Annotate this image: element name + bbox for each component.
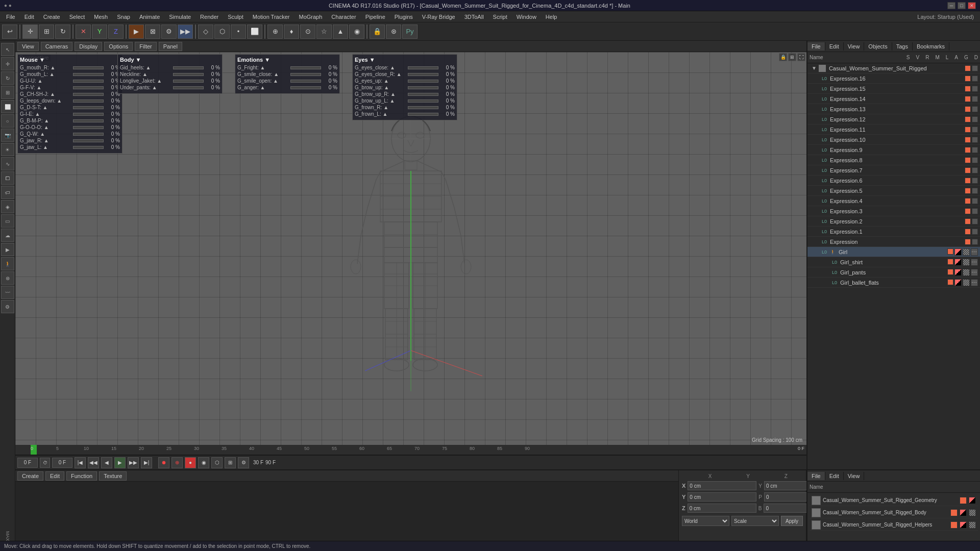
tree-item-expr1[interactable]: L0 Expression.1 [807, 227, 980, 237]
sidebar-cube[interactable]: ⬜ [1, 100, 14, 113]
emotions-panel-title[interactable]: Emotions ▼ [237, 57, 337, 63]
vp-tab-view[interactable]: View [17, 42, 39, 51]
vp-lock-icon[interactable]: 🔒 [779, 53, 787, 61]
tool-scale[interactable]: ⊞ [39, 24, 54, 39]
tree-item-expr13[interactable]: L0 Expression.13 [807, 104, 980, 114]
tree-item-expr9[interactable]: L0 Expression.9 [807, 145, 980, 155]
step-back-button[interactable]: ◀◀ [88, 457, 99, 468]
tree-item-expr3[interactable]: L0 Expression.3 [807, 206, 980, 216]
menu-file[interactable]: File [2, 13, 19, 21]
right-tab-file[interactable]: File [807, 42, 825, 51]
sidebar-floor[interactable]: ▭ [1, 214, 14, 228]
sidebar-tag[interactable]: 🏷 [1, 186, 14, 199]
sidebar-rotate[interactable]: ↻ [1, 71, 14, 85]
right-tab-edit[interactable]: Edit [825, 42, 844, 51]
apply-button[interactable]: Apply [781, 516, 803, 526]
tree-item-expr8[interactable]: L0 Expression.8 [807, 155, 980, 165]
render-full[interactable]: ▶▶ [178, 24, 193, 39]
right-tab-view[interactable]: View [844, 42, 865, 51]
tree-item-expr[interactable]: L0 Expression [807, 237, 980, 247]
sidebar-deformer[interactable]: ⧠ [1, 171, 14, 185]
menu-create[interactable]: Create [39, 13, 64, 21]
sidebar-spline[interactable]: ∿ [1, 157, 14, 170]
start-frame-input[interactable] [17, 458, 38, 468]
pos-x-input[interactable] [688, 481, 756, 490]
right-tab-bookmarks[interactable]: Bookmarks [913, 42, 949, 51]
tool-sculpt[interactable]: ⊛ [386, 24, 401, 39]
tree-item-expr2[interactable]: L0 Expression.2 [807, 216, 980, 227]
ik-button[interactable]: ⊕ [172, 457, 183, 468]
viewport[interactable]: Perspective Grid Spacing : 100 cm [15, 52, 806, 445]
body-panel-title[interactable]: Body ▼ [120, 57, 220, 63]
tool-x[interactable]: ✕ [76, 24, 91, 39]
render-settings[interactable]: ⚙ [161, 24, 177, 39]
scale-select[interactable]: Scale [731, 516, 779, 526]
tree-item-expr16[interactable]: L0 Expression.16 [807, 73, 980, 84]
sidebar-sphere[interactable]: ○ [1, 114, 14, 128]
anim-texture[interactable]: Texture [99, 471, 127, 481]
tool-6[interactable]: ♦ [284, 24, 299, 39]
play-button[interactable]: ▶ [114, 457, 126, 468]
sidebar-select[interactable]: ↖ [1, 43, 14, 56]
tree-item-shirt[interactable]: L0 Girl_shirt ⋯ [807, 257, 980, 267]
mouse-panel-title[interactable]: Mouse ▼ [20, 57, 120, 63]
vp-fullscreen-icon[interactable]: ⛶ [797, 53, 805, 61]
tool-10[interactable]: ◉ [349, 24, 364, 39]
tree-item-expr15[interactable]: L0 Expression.15 [807, 84, 980, 94]
menu-animate[interactable]: Animate [135, 13, 164, 21]
vp-tab-options[interactable]: Options [104, 42, 133, 51]
menu-simulate[interactable]: Simulate [165, 13, 195, 21]
anim-function[interactable]: Function [66, 471, 97, 481]
menu-pipeline[interactable]: Pipeline [361, 13, 389, 21]
menu-window[interactable]: Window [512, 13, 541, 21]
render-region[interactable]: ⊠ [145, 24, 160, 39]
tool-7[interactable]: ⊙ [300, 24, 315, 39]
tool-point[interactable]: • [231, 24, 246, 39]
eyes-panel-title[interactable]: Eyes ▼ [355, 57, 455, 63]
sidebar-plugin[interactable]: ⚙ [1, 300, 14, 313]
sidebar-light[interactable]: ☀ [1, 143, 14, 156]
motion-button[interactable]: ⊞ [225, 457, 236, 468]
anim-edit[interactable]: Edit [45, 471, 64, 481]
right-tab-tags[interactable]: Tags [892, 42, 913, 51]
tool-8[interactable]: ☆ [316, 24, 332, 39]
tree-item-ballet[interactable]: L0 Girl_ballet_flats ⋯ [807, 278, 980, 288]
menu-script[interactable]: Script [489, 13, 511, 21]
tree-item-expr14[interactable]: L0 Expression.14 [807, 94, 980, 104]
sidebar-hair[interactable]: 〰 [1, 286, 14, 299]
sidebar-move[interactable]: ✛ [1, 57, 14, 70]
vp-tab-filter[interactable]: Filter [135, 42, 156, 51]
sidebar-char[interactable]: 🚶 [1, 257, 14, 270]
menu-vray[interactable]: V-Ray Bridge [418, 13, 459, 21]
right-tab-objects[interactable]: Objects [864, 42, 892, 51]
menu-help[interactable]: Help [542, 13, 561, 21]
tree-item-expr5[interactable]: L0 Expression.5 [807, 186, 980, 196]
tree-item-pants[interactable]: L0 Girl_pants ⋯ [807, 267, 980, 278]
play-reverse-button[interactable]: ◀ [101, 457, 112, 468]
tree-item-expr10[interactable]: L0 Expression.10 [807, 135, 980, 145]
tool-11[interactable]: 🔒 [370, 24, 385, 39]
menu-edit[interactable]: Edit [20, 13, 38, 21]
go-start-button[interactable]: |◀ [75, 457, 86, 468]
menu-motion-tracker[interactable]: Motion Tracker [249, 13, 294, 21]
br-tab-file[interactable]: File [807, 472, 825, 480]
pos-z-input[interactable] [688, 492, 756, 502]
close-button[interactable]: ✕ [968, 2, 976, 9]
sidebar-scale[interactable]: ⊞ [1, 86, 14, 99]
tree-item-root[interactable]: ▼ Casual_Women_Summer_Suit_Rigged [807, 63, 980, 73]
tree-item-expr6[interactable]: L0 Expression.6 [807, 176, 980, 186]
tool-obj[interactable]: ⬜ [247, 24, 262, 39]
menu-select[interactable]: Select [65, 13, 89, 21]
tool-move[interactable]: ✛ [22, 24, 38, 39]
vp-grid-icon[interactable]: ⊞ [788, 53, 796, 61]
sidebar-anim[interactable]: ▶ [1, 243, 14, 256]
size-x-input[interactable] [688, 504, 756, 513]
menu-character[interactable]: Character [327, 13, 360, 21]
menu-3dtoall[interactable]: 3DToAll [460, 13, 488, 21]
minimize-button[interactable]: ─ [947, 2, 955, 9]
br-tab-view[interactable]: View [844, 472, 865, 480]
world-select[interactable]: World [682, 516, 729, 526]
step-forward-button[interactable]: ▶▶ [128, 457, 139, 468]
menu-mograph[interactable]: MoGraph [295, 13, 326, 21]
tool-9[interactable]: ▲ [333, 24, 348, 39]
